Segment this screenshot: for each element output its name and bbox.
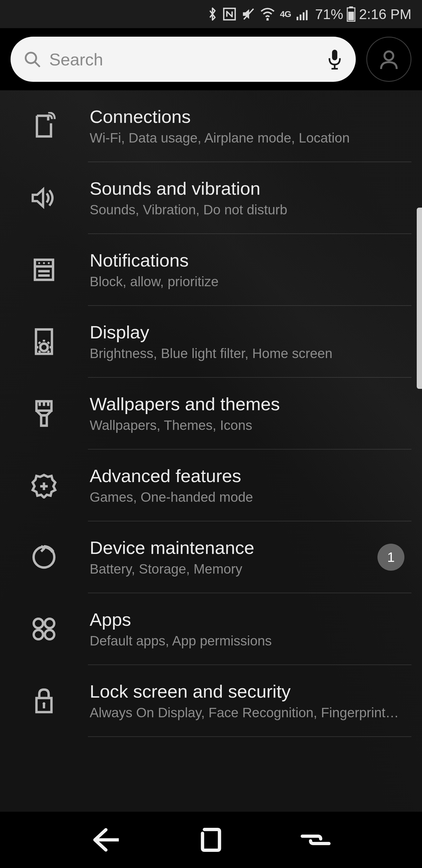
header-row: Search (0, 28, 422, 90)
item-subtitle: Always On Display, Face Recognition, Fin… (90, 705, 400, 720)
back-icon (90, 827, 123, 853)
settings-item-connections[interactable]: Connections Wi-Fi, Data usage, Airplane … (0, 90, 422, 162)
item-title: Advanced features (90, 465, 404, 486)
svg-line-31 (48, 342, 49, 343)
item-subtitle: Games, One-handed mode (90, 489, 400, 505)
back-button[interactable] (90, 827, 123, 853)
mute-icon (241, 7, 255, 21)
svg-rect-12 (332, 50, 337, 60)
item-title: Lock screen and security (90, 681, 404, 702)
sound-icon (30, 186, 58, 210)
svg-rect-3 (297, 17, 298, 20)
profile-button[interactable] (366, 37, 412, 82)
item-subtitle: Brightness, Blue light filter, Home scre… (90, 345, 400, 361)
item-title: Wallpapers and themes (90, 394, 404, 414)
settings-item-maintenance[interactable]: Device maintenance Battery, Storage, Mem… (0, 521, 422, 593)
svg-line-11 (35, 62, 39, 66)
signal-icon (296, 8, 310, 21)
home-icon (198, 827, 224, 853)
settings-content: Connections Wi-Fi, Data usage, Airplane … (0, 90, 422, 812)
search-bar[interactable]: Search (10, 37, 356, 82)
svg-line-29 (39, 342, 40, 343)
wifi-icon (260, 8, 275, 21)
home-button[interactable] (198, 827, 224, 853)
item-subtitle: Sounds, Vibration, Do not disturb (90, 202, 400, 218)
item-title: Connections (90, 106, 404, 127)
settings-item-apps[interactable]: Apps Default apps, App permissions (0, 593, 422, 664)
settings-item-display[interactable]: Display Brightness, Blue light filter, H… (0, 306, 422, 377)
item-title: Display (90, 322, 404, 342)
nfc-icon (222, 7, 236, 21)
svg-point-41 (34, 618, 43, 628)
svg-point-15 (385, 51, 393, 60)
advanced-icon (30, 472, 58, 498)
item-subtitle: Default apps, App permissions (90, 633, 400, 649)
svg-point-42 (45, 618, 54, 628)
svg-point-43 (34, 630, 43, 639)
settings-item-advanced[interactable]: Advanced features Games, One-handed mode (0, 450, 422, 521)
search-placeholder: Search (49, 50, 326, 69)
svg-rect-9 (348, 12, 354, 20)
settings-item-sounds[interactable]: Sounds and vibration Sounds, Vibration, … (0, 162, 422, 234)
notification-badge: 1 (378, 544, 404, 571)
item-title: Notifications (90, 250, 404, 271)
svg-point-20 (48, 262, 50, 264)
settings-item-notifications[interactable]: Notifications Block, allow, prioritize (0, 234, 422, 305)
battery-icon (346, 6, 356, 22)
item-subtitle: Block, allow, prioritize (90, 274, 400, 289)
svg-rect-6 (306, 10, 308, 21)
svg-point-19 (43, 262, 45, 264)
mic-icon[interactable] (326, 49, 343, 70)
display-icon (30, 328, 58, 356)
item-title: Device maintenance (90, 537, 370, 558)
item-subtitle: Wallpapers, Themes, Icons (90, 417, 400, 433)
person-icon (377, 48, 400, 71)
svg-point-18 (38, 262, 40, 264)
lock-icon (30, 687, 58, 715)
status-bar: 4G 71% 2:16 PM (0, 0, 422, 28)
recents-icon (299, 830, 332, 850)
next-item-peek (0, 737, 422, 751)
battery-percent-label: 71% (315, 6, 343, 22)
item-subtitle: Battery, Storage, Memory (90, 561, 370, 577)
settings-item-security[interactable]: Lock screen and security Always On Displ… (0, 665, 422, 736)
notifications-icon (30, 257, 58, 283)
svg-line-32 (39, 351, 40, 352)
recents-button[interactable] (299, 830, 332, 850)
svg-line-30 (48, 351, 49, 352)
maintenance-icon (30, 544, 58, 570)
status-icons-group: 4G (207, 6, 310, 22)
search-icon (24, 51, 41, 68)
brush-icon (30, 399, 58, 428)
svg-point-44 (45, 630, 54, 639)
settings-item-wallpapers[interactable]: Wallpapers and themes Wallpapers, Themes… (0, 378, 422, 449)
settings-list: Connections Wi-Fi, Data usage, Airplane … (0, 90, 422, 751)
svg-rect-5 (303, 12, 304, 20)
svg-point-24 (40, 343, 48, 351)
item-title: Sounds and vibration (90, 178, 404, 199)
status-right: 71% 2:16 PM (315, 6, 412, 22)
clock-label: 2:16 PM (359, 6, 412, 22)
navigation-bar (0, 812, 422, 868)
svg-rect-4 (300, 15, 301, 21)
apps-icon (30, 616, 58, 642)
bluetooth-icon (207, 6, 218, 22)
item-title: Apps (90, 609, 404, 630)
connections-icon (30, 112, 58, 140)
network-type-label: 4G (280, 9, 291, 19)
item-subtitle: Wi-Fi, Data usage, Airplane mode, Locati… (90, 130, 400, 146)
svg-rect-37 (41, 415, 46, 426)
